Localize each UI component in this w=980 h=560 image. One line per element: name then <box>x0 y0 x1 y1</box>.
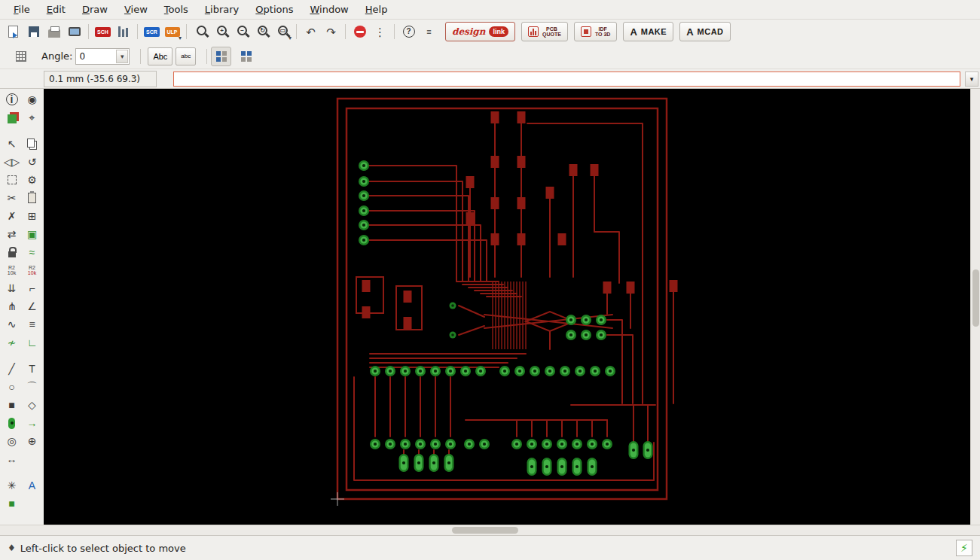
palette-row: ✗⊞ <box>0 207 44 225</box>
design-link-button[interactable]: design link <box>445 22 515 41</box>
redo-button[interactable]: ↷ <box>321 22 341 41</box>
command-line-input[interactable] <box>173 72 960 87</box>
add-tool-button[interactable]: ⊞ <box>23 207 42 225</box>
run-ulp-button[interactable]: ULP▾ <box>162 22 182 41</box>
route-tool-button[interactable]: ≈ <box>23 243 42 261</box>
vertical-scrollbar[interactable] <box>970 89 980 525</box>
mirror-tool-button[interactable]: ◁▷ <box>2 153 22 171</box>
zoom-out-button[interactable]: − <box>231 22 252 41</box>
menu-library[interactable]: Library <box>197 2 246 17</box>
cut-tool-button[interactable]: ✂ <box>2 189 22 207</box>
quad-toggle-2[interactable] <box>236 47 256 66</box>
print-button[interactable] <box>44 22 64 41</box>
rect-tool-button[interactable]: ■ <box>2 396 22 414</box>
stop-button[interactable] <box>350 22 370 41</box>
zoom-fit-button[interactable] <box>191 22 211 41</box>
image-export-button[interactable] <box>64 22 84 41</box>
arc-tool-button[interactable]: ⌒ <box>23 378 42 396</box>
paste-tool-button[interactable] <box>23 189 42 207</box>
move-tool-button[interactable]: ↖ <box>2 135 22 153</box>
grid-icon <box>16 51 26 62</box>
errors-tool-button[interactable]: ✳ <box>2 476 22 495</box>
make-label: MAKE <box>641 27 667 36</box>
change-tool-button[interactable]: ⚙ <box>23 171 42 189</box>
mcad-button[interactable]: A MCAD <box>679 22 730 41</box>
abc-small-button[interactable]: abc <box>176 47 196 65</box>
open-button[interactable] <box>3 22 23 41</box>
copy-tool-button[interactable] <box>23 135 42 153</box>
miter-tool-button[interactable]: ⌐ <box>23 279 42 297</box>
value-tool-button[interactable]: R210k <box>23 261 42 279</box>
abc-small-label: abc <box>181 53 191 59</box>
menu-tools[interactable]: Tools <box>157 2 196 17</box>
ripup-tool-button[interactable]: ≁ <box>2 333 22 352</box>
angle-select[interactable]: 0 ▾ <box>75 48 130 65</box>
command-history-dropdown[interactable]: ▾ <box>965 72 978 87</box>
ratsnest-tool-button[interactable]: ↔ <box>2 450 22 468</box>
schematic-editor-icon: SCH <box>95 27 111 37</box>
menu-options[interactable]: Options <box>248 2 301 17</box>
menu-edit[interactable]: Edit <box>39 2 73 17</box>
align-tool-button[interactable]: ≡ <box>23 315 42 333</box>
meander-tool-button[interactable]: ∿ <box>2 315 22 333</box>
optimize-tool-button[interactable]: ∠ <box>23 297 42 315</box>
zoom-redraw-button[interactable]: ↻ <box>252 22 272 41</box>
zoom-in-button[interactable]: + <box>211 22 231 41</box>
split-tool-button[interactable]: ⋔ <box>2 297 22 315</box>
horizontal-scrollbar[interactable] <box>0 525 980 535</box>
pinswap-tool-button[interactable]: ⇄ <box>2 225 22 243</box>
errors-tool-icon: ✳ <box>8 480 17 491</box>
pcb-quote-button[interactable]: PCB QUOTE <box>521 22 568 41</box>
autorouter-tool-button[interactable]: A <box>23 476 42 495</box>
replace-tool-button[interactable]: ▣ <box>23 225 42 243</box>
via-tool-button[interactable] <box>2 414 22 432</box>
lock-tool-button[interactable] <box>2 243 22 261</box>
wire-tool-button[interactable]: ╱ <box>2 360 22 378</box>
info-tool-button[interactable]: i <box>2 90 22 108</box>
abc-button[interactable]: Abc <box>148 47 172 65</box>
make-button[interactable]: A MAKE <box>623 22 673 41</box>
wire-bend-tool-button[interactable]: ∟ <box>23 333 42 352</box>
run-script-button[interactable]: SCR <box>142 22 162 41</box>
menu-file[interactable]: File <box>6 2 38 17</box>
help-button[interactable]: ? <box>398 22 419 41</box>
rotate-tool-button[interactable]: ↺ <box>23 153 42 171</box>
main-toolbar: SCHSCRULP▾+−↻▭▾↶↷⋮?≡ design link PCB QUO… <box>0 20 980 44</box>
board-columns-button[interactable] <box>113 22 133 41</box>
name-tool-button[interactable]: R210k <box>2 261 22 279</box>
menu-draw[interactable]: Draw <box>75 2 115 17</box>
text-tool-button[interactable]: T <box>23 360 42 378</box>
schematic-editor-button[interactable]: SCH <box>93 22 113 41</box>
grid-button[interactable] <box>11 47 31 66</box>
polygon-tool-button[interactable]: ◇ <box>23 396 42 414</box>
menu-window[interactable]: Window <box>302 2 356 17</box>
display-layers-tool-button[interactable] <box>2 108 22 126</box>
drc-tool-button[interactable]: ■ <box>2 495 22 513</box>
save-button[interactable] <box>23 22 44 41</box>
horizontal-scrollbar-thumb[interactable] <box>452 527 518 534</box>
more-commands-button[interactable]: ⋮ <box>370 22 390 41</box>
menu-help[interactable]: Help <box>358 2 395 17</box>
overflow-menu-button[interactable]: ≡ <box>419 22 439 41</box>
smash-tool-button[interactable]: ⇊ <box>2 279 22 297</box>
zoom-select-button[interactable]: ▭▾ <box>272 22 292 41</box>
attach-tool-button[interactable]: ⊕ <box>23 432 42 450</box>
idf-to-3d-button[interactable]: IDF TO 3D <box>574 22 618 41</box>
hole-tool-button[interactable]: ◎ <box>2 432 22 450</box>
quad-toggle-1[interactable] <box>211 47 231 66</box>
circle-tool-button[interactable]: ○ <box>2 378 22 396</box>
vertical-scrollbar-thumb[interactable] <box>972 269 979 327</box>
show-tool-button[interactable]: ◉ <box>23 90 42 108</box>
mark-tool-button[interactable]: ⌖ <box>23 108 42 126</box>
delete-tool-button[interactable]: ✗ <box>2 207 22 225</box>
undo-button[interactable]: ↶ <box>301 22 321 41</box>
menu-view[interactable]: View <box>117 2 155 17</box>
mirror-tool-icon: ◁▷ <box>4 157 20 167</box>
mark-tool-icon: ⌖ <box>29 112 35 123</box>
palette-row: ↖ <box>0 135 44 153</box>
pcb-canvas[interactable] <box>44 89 970 525</box>
angle-value: 0 <box>79 51 85 62</box>
signal-tool-button[interactable]: → <box>23 414 42 432</box>
group-tool-button[interactable] <box>2 171 22 189</box>
power-button[interactable]: ⚡ <box>956 540 972 556</box>
